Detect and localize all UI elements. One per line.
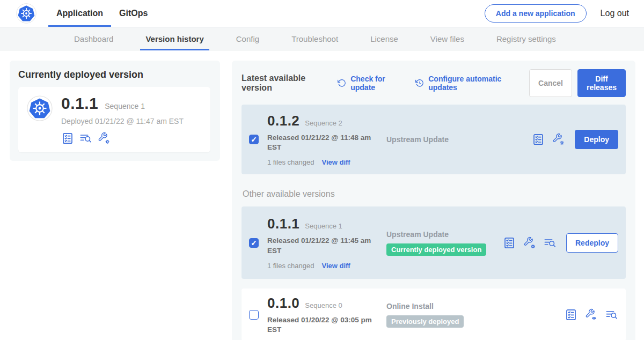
nav-tab-application[interactable]: Application (48, 0, 111, 27)
deployed-version-info: 0.1.1 Sequence 1 Deployed 01/21/22 @ 11:… (61, 94, 184, 145)
refresh-icon (337, 78, 347, 88)
preflight-checks-icon[interactable] (61, 132, 74, 145)
nav-tab-gitops[interactable]: GitOps (111, 0, 156, 27)
tab-config[interactable]: Config (231, 27, 265, 50)
logout-link[interactable]: Log out (601, 9, 629, 18)
version-sequence: Sequence 0 (305, 301, 342, 309)
add-new-application-button[interactable]: Add a new application (485, 4, 587, 23)
currently-deployed-panel: Currently deployed version 0.1.1 Sequenc… (10, 61, 220, 161)
edit-config-icon[interactable] (552, 133, 565, 146)
tab-license-label: License (370, 34, 398, 43)
released-timestamp: Released 01/21/22 @ 11:48 am EST (267, 133, 372, 152)
app-kubernetes-logo-icon (27, 95, 53, 121)
check-for-update-label: Check for update (350, 75, 401, 92)
tab-registry-settings-label: Registry settings (496, 34, 556, 43)
version-row-0-1-2: 0.1.2 Sequence 2 Released 01/21/22 @ 11:… (241, 105, 626, 174)
version-number: 0.1.0 (267, 295, 299, 312)
version-info-col: 0.1.1 Sequence 1 Released 01/21/22 @ 11:… (267, 216, 386, 269)
view-files-icon[interactable] (605, 308, 618, 321)
view-diff-link[interactable]: View diff (321, 158, 350, 166)
version-checkbox-0-1-0[interactable] (249, 310, 259, 320)
tab-view-files-label: View files (430, 34, 464, 43)
latest-version-title: Latest available version (241, 73, 324, 93)
version-source-label: Upstream Update (386, 135, 526, 144)
tab-registry-settings[interactable]: Registry settings (491, 27, 561, 50)
header-buttons: Cancel Diff releases (529, 69, 626, 97)
redeploy-button[interactable]: Redeploy (566, 233, 618, 253)
row-checkbox-col (249, 310, 267, 320)
files-changed-label: 1 files changed (267, 158, 314, 166)
app-subnav: Dashboard Version history Config Trouble… (0, 27, 644, 50)
deploy-button[interactable]: Deploy (575, 130, 618, 149)
tab-version-history[interactable]: Version history (140, 27, 209, 50)
version-number: 0.1.2 (267, 113, 299, 129)
edit-config-icon[interactable] (523, 236, 536, 249)
version-source-col: Upstream Update (386, 135, 532, 144)
row-checkbox-col (249, 135, 267, 144)
preflight-checks-icon[interactable] (503, 236, 516, 249)
deployed-timestamp: Deployed 01/21/22 @ 11:47 am EST (61, 117, 184, 125)
primary-nav: Application GitOps (48, 0, 156, 27)
version-source-label: Online Install (386, 302, 559, 311)
version-source-label: Upstream Update (386, 230, 497, 239)
view-files-icon[interactable] (544, 236, 557, 249)
version-source-col: Online Install Previously deployed (386, 302, 565, 328)
currently-deployed-badge: Currently deployed version (386, 243, 486, 256)
view-diff-link[interactable]: View diff (321, 262, 350, 270)
version-checkbox-0-1-2[interactable] (249, 135, 259, 144)
topbar-right: Add a new application Log out (485, 4, 629, 23)
nav-tab-application-label: Application (56, 9, 103, 18)
version-row-0-1-1: 0.1.1 Sequence 1 Released 01/21/22 @ 11:… (241, 206, 626, 278)
version-sequence: Sequence 2 (305, 119, 342, 127)
currently-deployed-title: Currently deployed version (18, 69, 210, 80)
latest-version-header: Latest available version Check for updat… (241, 69, 626, 97)
version-source-col: Upstream Update Currently deployed versi… (386, 230, 503, 256)
version-info-col: 0.1.0 Sequence 0 Released 01/20/22 @ 03:… (267, 295, 386, 335)
auto-update-icon (415, 78, 425, 88)
tab-config-label: Config (236, 34, 259, 43)
edit-config-icon[interactable] (98, 132, 111, 145)
version-info-col: 0.1.2 Sequence 2 Released 01/21/22 @ 11:… (267, 113, 386, 166)
tab-view-files[interactable]: View files (425, 27, 470, 50)
view-files-icon[interactable] (79, 132, 92, 145)
nav-tab-gitops-label: GitOps (119, 9, 148, 18)
main-content: Currently deployed version 0.1.1 Sequenc… (0, 50, 644, 340)
version-number: 0.1.1 (267, 216, 299, 232)
version-sequence: Sequence 1 (305, 222, 342, 230)
top-navbar: Application GitOps Add a new application… (0, 0, 644, 27)
deployed-version-number: 0.1.1 (61, 94, 98, 113)
tab-license[interactable]: License (365, 27, 404, 50)
other-versions-title: Other available versions (243, 189, 626, 199)
tab-troubleshoot-label: Troubleshoot (291, 34, 338, 43)
configure-automatic-updates-label: Configure automatic updates (428, 75, 515, 92)
deployed-sequence: Sequence 1 (105, 102, 145, 110)
check-for-update-link[interactable]: Check for update (337, 75, 401, 92)
view-config-icon[interactable] (585, 308, 598, 321)
version-actions-col: Redeploy (503, 233, 618, 253)
cancel-button[interactable]: Cancel (529, 69, 572, 97)
released-timestamp: Released 01/21/22 @ 11:45 am EST (267, 236, 372, 255)
diff-releases-button[interactable]: Diff releases (577, 69, 626, 97)
released-timestamp: Released 01/20/22 @ 03:05 pm EST (267, 315, 372, 335)
version-history-panel: Latest available version Check for updat… (232, 61, 635, 340)
preflight-checks-icon[interactable] (565, 308, 577, 321)
version-actions-col: Deploy (532, 130, 618, 149)
deployed-icon-row (61, 132, 184, 145)
version-actions-col (565, 308, 618, 321)
deployed-version-card: 0.1.1 Sequence 1 Deployed 01/21/22 @ 11:… (18, 87, 210, 152)
version-checkbox-0-1-1[interactable] (249, 238, 259, 248)
tab-dashboard[interactable]: Dashboard (69, 27, 119, 50)
configure-automatic-updates-link[interactable]: Configure automatic updates (415, 75, 515, 92)
previously-deployed-badge: Previously deployed (386, 315, 464, 328)
tab-troubleshoot[interactable]: Troubleshoot (286, 27, 343, 50)
tab-version-history-label: Version history (145, 34, 203, 43)
row-checkbox-col (249, 238, 267, 248)
files-changed-label: 1 files changed (267, 262, 314, 270)
kubernetes-logo-icon (16, 3, 36, 24)
preflight-checks-icon[interactable] (532, 133, 545, 146)
version-row-0-1-0: 0.1.0 Sequence 0 Released 01/20/22 @ 03:… (241, 289, 626, 340)
tab-dashboard-label: Dashboard (74, 34, 113, 43)
